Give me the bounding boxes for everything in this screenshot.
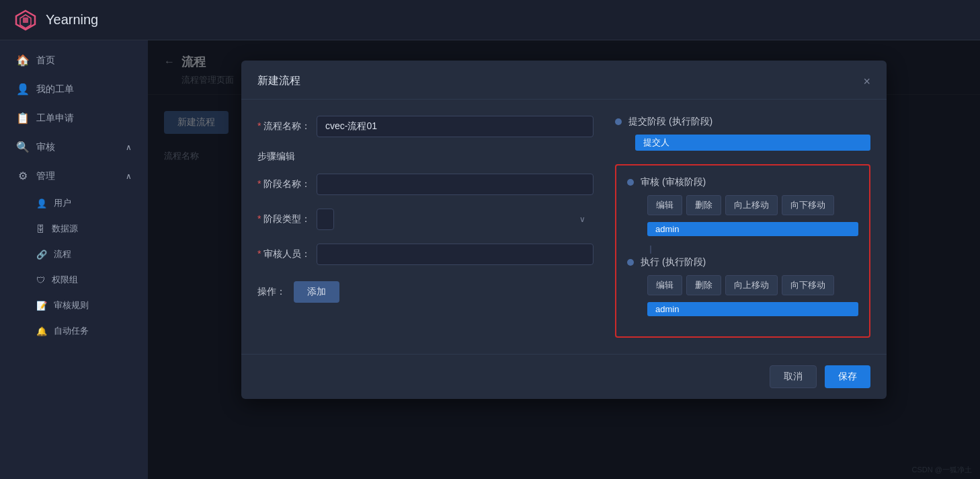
stage-type-select[interactable] (317, 209, 334, 230)
stage-execute-header: 执行 (执行阶段) (627, 256, 858, 268)
reviewer-input[interactable] (317, 244, 594, 265)
sidebar-item-audit[interactable]: 🔍 审核 ∧ (0, 133, 148, 161)
sidebar-label-permission-group: 权限组 (52, 274, 78, 286)
highlighted-stages-box: 审核 (审核阶段) 编辑 删除 向上移动 向下移动 admin (615, 164, 870, 338)
sidebar-label-users: 用户 (54, 197, 71, 209)
sidebar-item-flow[interactable]: 🔗 流程 (0, 242, 148, 267)
sidebar-label-audit: 审核 (36, 141, 55, 153)
audit-move-up-button[interactable]: 向上移动 (725, 195, 778, 215)
modal-overlay: 新建流程 × * 流程名称： 步骤编辑 * (148, 40, 980, 479)
modal-header: 新建流程 × (241, 61, 887, 100)
sidebar-label-my-orders: 我的工单 (36, 83, 74, 96)
users-icon: 👤 (36, 198, 47, 209)
order-icon: 📋 (16, 112, 30, 124)
add-stage-button[interactable]: 添加 (294, 281, 339, 303)
flow-icon: 🔗 (36, 250, 47, 260)
stage-submit-header: 提交阶段 (执行阶段) (615, 116, 870, 128)
sidebar: 🏠 首页 👤 我的工单 📋 工单申请 🔍 审核 ∧ ⚙ 管理 ∧ 👤 用户 🗄 … (0, 40, 148, 479)
manage-arrow: ∧ (126, 172, 132, 181)
modal-footer: 取消 保存 (241, 354, 887, 399)
reviewer-row: * 审核人员： (257, 244, 594, 265)
required-star: * (257, 120, 261, 131)
stage-audit: 审核 (审核阶段) 编辑 删除 向上移动 向下移动 admin (627, 176, 858, 240)
modal-close-button[interactable]: × (863, 75, 870, 87)
sidebar-item-auto-tasks[interactable]: 🔔 自动任务 (0, 318, 148, 344)
stage-audit-actions: 编辑 删除 向上移动 向下移动 (647, 195, 858, 215)
audit-icon: 🔍 (16, 141, 30, 153)
sidebar-label-auto-tasks: 自动任务 (54, 325, 89, 337)
stage-submit-tag[interactable]: 提交人 (635, 135, 870, 151)
sidebar-item-order-apply[interactable]: 📋 工单申请 (0, 104, 148, 133)
logo-icon (13, 8, 38, 32)
form-section: * 流程名称： 步骤编辑 * 阶段名称： (257, 116, 594, 338)
audit-rules-icon: 📝 (36, 301, 47, 311)
sidebar-label-manage: 管理 (36, 170, 55, 182)
sidebar-label-flow: 流程 (54, 248, 71, 260)
flow-name-label: * 流程名称： (257, 120, 311, 133)
execute-move-down-button[interactable]: 向下移动 (782, 275, 834, 295)
stage-execute: 执行 (执行阶段) 编辑 删除 向上移动 向下移动 admin (627, 256, 858, 320)
sidebar-item-manage[interactable]: ⚙ 管理 ∧ (0, 161, 148, 190)
sidebar-label-datasource: 数据源 (52, 223, 78, 235)
stage-audit-tag[interactable]: admin (647, 222, 858, 236)
sidebar-item-home[interactable]: 🏠 首页 (0, 46, 148, 75)
audit-arrow: ∧ (126, 143, 132, 152)
stage-execute-title: 执行 (执行阶段) (641, 256, 706, 268)
sidebar-item-users[interactable]: 👤 用户 (0, 190, 148, 216)
stage-submit-dot (615, 118, 622, 125)
sidebar-label-home: 首页 (36, 54, 55, 67)
stage-audit-title: 审核 (审核阶段) (641, 176, 706, 188)
sidebar-item-datasource[interactable]: 🗄 数据源 (0, 216, 148, 242)
action-row: 操作： 添加 (257, 281, 594, 303)
reviewer-label: * 审核人员： (257, 248, 311, 260)
execute-edit-button[interactable]: 编辑 (647, 275, 682, 295)
step-edit-title: 步骤编辑 (257, 151, 594, 163)
audit-delete-button[interactable]: 删除 (686, 195, 721, 215)
flow-panel: 提交阶段 (执行阶段) 提交人 审核 (审核阶段) 编辑 删除 (615, 116, 870, 338)
stage-execute-tag[interactable]: admin (647, 302, 858, 316)
app-title: Yearning (46, 12, 98, 28)
stage-type-select-wrapper (317, 209, 594, 230)
flow-name-row: * 流程名称： (257, 116, 594, 137)
manage-icon: ⚙ (16, 170, 30, 182)
sidebar-item-permission-group[interactable]: 🛡 权限组 (0, 267, 148, 293)
svg-rect-2 (23, 17, 28, 23)
stage-execute-actions: 编辑 删除 向上移动 向下移动 (647, 275, 858, 295)
datasource-icon: 🗄 (36, 224, 45, 234)
stage-divider (650, 246, 651, 254)
modal-title: 新建流程 (257, 74, 300, 88)
stage-type-label: * 阶段类型： (257, 213, 311, 225)
topbar: Yearning (0, 0, 980, 40)
stage-audit-header: 审核 (审核阶段) (627, 176, 858, 188)
stage-name-label: * 阶段名称： (257, 178, 311, 190)
permission-icon: 🛡 (36, 275, 45, 285)
cancel-button[interactable]: 取消 (770, 365, 817, 388)
sidebar-label-order-apply: 工单申请 (36, 112, 74, 124)
stage-type-row: * 阶段类型： (257, 209, 594, 230)
flow-name-input[interactable] (317, 116, 594, 137)
stage-execute-dot (627, 259, 634, 266)
sidebar-item-my-orders[interactable]: 👤 我的工单 (0, 75, 148, 104)
sidebar-label-audit-rules: 审核规则 (54, 299, 89, 311)
modal-body: * 流程名称： 步骤编辑 * 阶段名称： (241, 100, 887, 354)
stage-submit: 提交阶段 (执行阶段) 提交人 (615, 116, 870, 159)
audit-move-down-button[interactable]: 向下移动 (782, 195, 834, 215)
execute-move-up-button[interactable]: 向上移动 (725, 275, 778, 295)
stage-name-row: * 阶段名称： (257, 174, 594, 195)
sidebar-item-audit-rules[interactable]: 📝 审核规则 (0, 293, 148, 318)
home-icon: 🏠 (16, 54, 30, 67)
user-icon: 👤 (16, 83, 30, 96)
stage-audit-dot (627, 179, 634, 186)
modal: 新建流程 × * 流程名称： 步骤编辑 * (241, 61, 887, 399)
save-button[interactable]: 保存 (825, 365, 870, 388)
stage-submit-title: 提交阶段 (执行阶段) (628, 116, 712, 128)
auto-tasks-icon: 🔔 (36, 326, 47, 336)
stage-name-input[interactable] (317, 174, 594, 195)
audit-edit-button[interactable]: 编辑 (647, 195, 682, 215)
logo: Yearning (13, 8, 98, 32)
action-label: 操作： (257, 286, 286, 298)
execute-delete-button[interactable]: 删除 (686, 275, 721, 295)
